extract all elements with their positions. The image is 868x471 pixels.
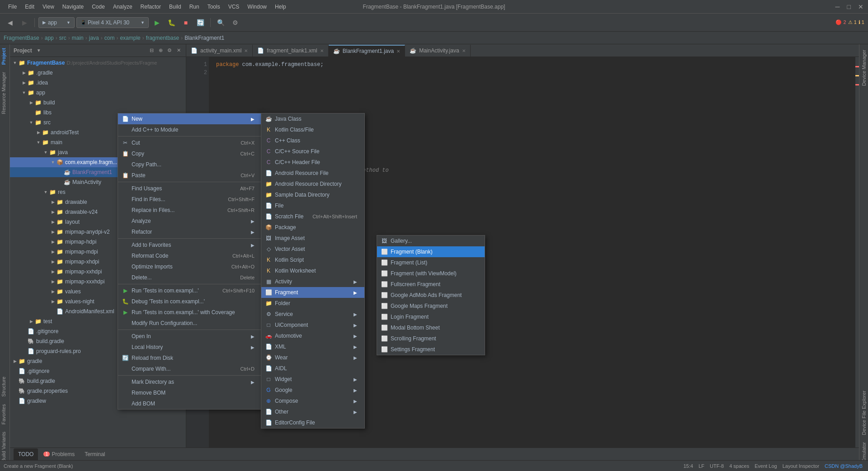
submenu-aidl[interactable]: 📄 AIDL [261, 363, 364, 374]
ctx-replace-in-files[interactable]: Replace in Files... Ctrl+Shift+R [118, 205, 262, 216]
ctx-copy-path[interactable]: Copy Path... [118, 159, 262, 170]
menu-run[interactable]: Run [186, 3, 203, 11]
status-event-log[interactable]: Event Log [753, 463, 779, 469]
menu-help[interactable]: Help [271, 3, 290, 11]
bottom-tab-problems[interactable]: 1 Problems [39, 448, 79, 460]
ctx-run-coverage[interactable]: ▶ Run 'Tests in com.exampl...' with Cove… [118, 307, 262, 318]
device-manager-tab[interactable]: Device Manager [860, 46, 868, 89]
submenu-automotive[interactable]: 🚗 Automotive ▶ [261, 330, 364, 341]
ctx-add-bom[interactable]: Add BOM [118, 398, 262, 409]
error-count[interactable]: 🔴 2 [835, 19, 846, 25]
submenu-scratch-file[interactable]: 📄 Scratch File Ctrl+Alt+Shift+Insert [261, 211, 364, 222]
close-tab-mainactivity[interactable]: ✕ [462, 48, 466, 53]
status-layout-inspector[interactable]: Layout Inspector [781, 463, 821, 469]
submenu-fragment-gallery[interactable]: 🖼 Gallery... [377, 236, 485, 246]
ctx-new[interactable]: 📄 New ▶ [118, 113, 262, 124]
submenu-fragment-blank[interactable]: ⬜ Fragment (Blank) [377, 246, 485, 257]
submenu-wear[interactable]: ⌚ Wear ▶ [261, 352, 364, 363]
menu-refactor[interactable]: Refactor [137, 3, 165, 11]
tree-item-build[interactable]: ▶ 📁build [10, 98, 186, 108]
close-tab-activity-main[interactable]: ✕ [244, 48, 248, 53]
breadcrumb-example[interactable]: example [120, 35, 140, 41]
ctx-delete[interactable]: Delete... Delete [118, 272, 262, 283]
submenu-file[interactable]: 📄 File [261, 200, 364, 211]
device-dropdown[interactable]: 📱 Pixel 4 XL API 30 ▼ [76, 17, 149, 28]
submenu-uicomponent[interactable]: □ UiComponent ▶ [261, 320, 364, 330]
submenu-fragment[interactable]: ⬜ Fragment ▶ [261, 287, 364, 298]
run-config-dropdown[interactable]: ▶ app ▼ [38, 17, 75, 28]
submenu-android-resource-dir[interactable]: 📁 Android Resource Directory [261, 179, 364, 189]
breadcrumb-main[interactable]: main [72, 35, 84, 41]
submenu-other[interactable]: 📄 Other ▶ [261, 406, 364, 417]
minimize-button[interactable]: ─ [835, 3, 840, 10]
submenu-kotlin-class[interactable]: K Kotlin Class/File [261, 124, 364, 135]
ctx-copy[interactable]: 📋 Copy Ctrl+C [118, 148, 262, 159]
ctx-add-to-favorites[interactable]: Add to Favorites ▶ [118, 240, 262, 250]
resource-manager-tab[interactable]: Resource Manager [0, 68, 9, 118]
panel-hide-button[interactable]: ✕ [175, 47, 182, 54]
breadcrumb-src[interactable]: src [59, 35, 66, 41]
submenu-activity[interactable]: ▦ Activity ▶ [261, 276, 364, 287]
ctx-remove-bom[interactable]: Remove BOM [118, 387, 262, 398]
bottom-tab-todo[interactable]: TODO [14, 448, 38, 460]
project-tab[interactable]: Project [0, 44, 9, 68]
locate-file-button[interactable]: ⊕ [157, 47, 164, 54]
submenu-folder[interactable]: 📁 Folder [261, 298, 364, 309]
status-indent[interactable]: 4 spaces [727, 463, 751, 469]
submenu-settings-fragment[interactable]: ⬜ Settings Fragment [377, 344, 485, 355]
menu-window[interactable]: Window [244, 3, 270, 11]
ctx-refactor[interactable]: Refactor ▶ [118, 226, 262, 237]
submenu-service[interactable]: ⚙ Service ▶ [261, 309, 364, 320]
submenu-scrolling-fragment[interactable]: ⬜ Scrolling Fragment [377, 333, 485, 344]
ctx-add-cpp[interactable]: Add C++ to Module [118, 124, 262, 135]
status-line-sep[interactable]: LF [697, 463, 706, 469]
menu-file[interactable]: File [5, 3, 20, 11]
submenu-fragment-list[interactable]: ⬜ Fragment (List) [377, 257, 485, 268]
close-tab-blankfragment1[interactable]: ✕ [396, 49, 400, 54]
submenu-login-fragment[interactable]: ⬜ Login Fragment [377, 311, 485, 322]
menu-vcs[interactable]: VCS [225, 3, 243, 11]
structure-tab[interactable]: Structure [0, 373, 9, 400]
menu-code[interactable]: Code [88, 3, 108, 11]
ctx-debug-tests[interactable]: 🐛 Debug 'Tests in com.exampl...' [118, 296, 262, 307]
ctx-find-in-files[interactable]: Find in Files... Ctrl+Shift+F [118, 194, 262, 205]
ctx-mark-directory[interactable]: Mark Directory as ▶ [118, 377, 262, 387]
close-button[interactable]: ✕ [858, 3, 863, 10]
menu-build[interactable]: Build [165, 3, 185, 11]
ctx-local-history[interactable]: Local History ▶ [118, 342, 262, 353]
favorites-tab[interactable]: Favorites [0, 400, 9, 428]
submenu-image-asset[interactable]: 🖼 Image Asset [261, 233, 364, 244]
ctx-find-usages[interactable]: Find Usages Alt+F7 [118, 183, 262, 194]
tree-item-app[interactable]: ▼ 📁app [10, 88, 186, 98]
toolbar-nav-forward[interactable]: ▶ [18, 16, 31, 29]
tree-item-gradle[interactable]: ▶ 📁.gradle [10, 68, 186, 78]
submenu-xml[interactable]: 📄 XML ▶ [261, 341, 364, 352]
submenu-maps-fragment[interactable]: ⬜ Google Maps Fragment [377, 301, 485, 311]
ctx-reload-from-disk[interactable]: 🔄 Reload from Disk [118, 353, 262, 363]
status-encoding[interactable]: UTF-8 [708, 463, 726, 469]
ctx-compare-with[interactable]: Compare With... Ctrl+D [118, 363, 262, 374]
tree-item-root[interactable]: ▼ 📁 FragmentBase D:/project/AndroidStudi… [10, 58, 186, 68]
ctx-modify-run[interactable]: Modify Run Configuration... [118, 318, 262, 329]
bottom-tab-terminal[interactable]: Terminal [80, 448, 109, 460]
submenu-google[interactable]: G Google ▶ [261, 385, 364, 396]
warning-count[interactable]: ⚠ 1 [848, 19, 857, 25]
breadcrumb-com[interactable]: com [104, 35, 115, 41]
submenu-package[interactable]: 📦 Package [261, 222, 364, 233]
menu-edit[interactable]: Edit [21, 3, 38, 11]
ctx-reformat-code[interactable]: Reformat Code Ctrl+Alt+L [118, 250, 262, 261]
tree-item-idea[interactable]: ▶ 📁.idea [10, 78, 186, 88]
tab-fragment-blank1[interactable]: 📄 fragment_blank1.xml ✕ [253, 45, 328, 57]
submenu-cpp-class[interactable]: C C++ Class [261, 135, 364, 146]
submenu-android-resource[interactable]: 📄 Android Resource File [261, 168, 364, 179]
submenu-kotlin-script[interactable]: K Kotlin Script [261, 254, 364, 265]
submenu-editorconfig[interactable]: 📄 EditorConfig File [261, 417, 364, 428]
submenu-java-class[interactable]: ☕ Java Class [261, 113, 364, 124]
breadcrumb-app[interactable]: app [45, 35, 54, 41]
breadcrumb-java[interactable]: java [89, 35, 99, 41]
run-button[interactable]: ▶ [151, 16, 163, 29]
submenu-cpp-header[interactable]: C C/C++ Header File [261, 157, 364, 168]
breadcrumb-fragmentbase[interactable]: FragmentBase [4, 35, 39, 41]
submenu-modal-bottom-sheet[interactable]: ⬜ Modal Bottom Sheet [377, 322, 485, 333]
submenu-fullscreen-fragment[interactable]: ⬜ Fullscreen Fragment [377, 279, 485, 290]
